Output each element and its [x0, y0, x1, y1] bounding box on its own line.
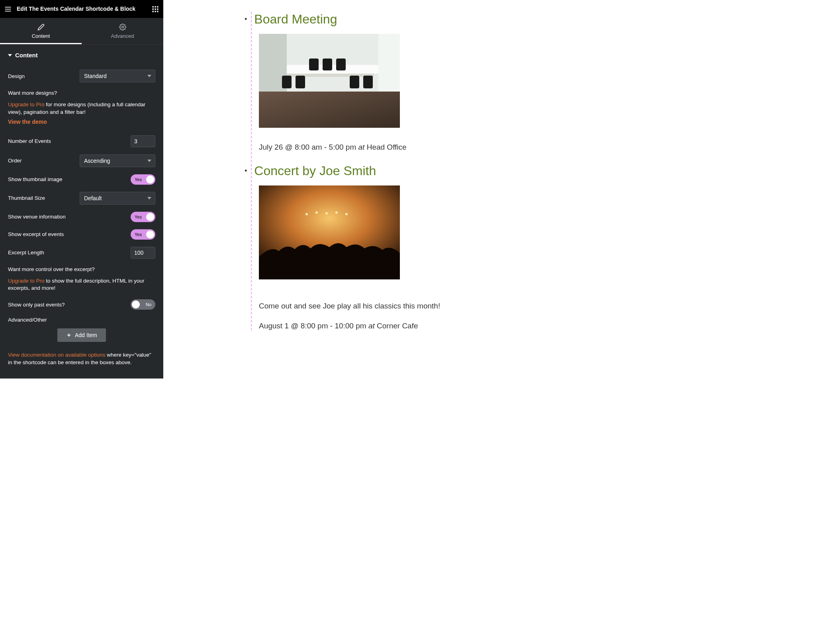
apps-grid-icon[interactable] [151, 5, 159, 13]
menu-icon[interactable] [4, 5, 12, 13]
svg-rect-26 [350, 76, 359, 88]
panel-title: Edit The Events Calendar Shortcode & Blo… [17, 6, 151, 12]
thumbnail-size-select[interactable]: Default [80, 192, 155, 205]
caret-down-icon [8, 54, 12, 57]
excerpt-control-label: Want more control over the excerpt? [8, 266, 155, 273]
excerpt-length-input[interactable] [131, 247, 155, 259]
tab-advanced[interactable]: Advanced [82, 18, 163, 44]
order-select[interactable]: Ascending [80, 154, 155, 167]
thumbnail-toggle-label: Show thumbnail image [8, 176, 63, 182]
order-label: Order [8, 158, 22, 164]
view-demo-link[interactable]: View the demo [8, 119, 47, 125]
excerpt-length-label: Excerpt Length [8, 250, 44, 256]
svg-rect-11 [157, 11, 158, 12]
svg-point-33 [325, 212, 328, 215]
event-title[interactable]: Concert by Joe Smith [259, 164, 482, 178]
svg-rect-7 [155, 8, 156, 10]
panel-header: Edit The Events Calendar Shortcode & Blo… [0, 0, 163, 18]
upsell-designs-label: Want more designs? [8, 90, 155, 97]
excerpt-toggle-label: Show excerpt of events [8, 231, 64, 237]
svg-rect-9 [153, 11, 154, 12]
event-description: Come out and see Joe play all his classi… [259, 302, 482, 310]
event-thumbnail [259, 34, 400, 128]
upgrade-hint: Upgrade to Pro for more designs (includi… [8, 101, 155, 116]
svg-point-34 [335, 211, 338, 214]
preview-canvas[interactable]: Board Meeting July 26 @ 8:00 am - 5:00 p… [163, 0, 489, 379]
svg-rect-6 [153, 8, 154, 10]
tab-advanced-label: Advanced [82, 33, 163, 39]
venue-toggle[interactable]: Yes [131, 212, 155, 222]
add-item-button[interactable]: Add Item [57, 328, 106, 342]
excerpt-toggle[interactable]: Yes [131, 229, 155, 240]
thumbnail-toggle[interactable]: Yes [131, 174, 155, 185]
section-title: Content [15, 52, 38, 59]
event-title[interactable]: Board Meeting [259, 12, 482, 27]
svg-rect-10 [155, 11, 156, 12]
thumbnail-size-label: Thumbnail Size [8, 195, 45, 201]
svg-point-31 [305, 213, 308, 215]
upgrade-pro-link[interactable]: Upgrade to Pro [8, 101, 45, 107]
design-label: Design [8, 73, 25, 79]
excerpt-upgrade-hint: Upgrade to Pro to show the full descript… [8, 277, 155, 293]
design-select[interactable]: Standard [80, 70, 155, 82]
svg-point-35 [345, 213, 348, 215]
tab-content[interactable]: Content [0, 18, 82, 44]
svg-rect-3 [153, 6, 154, 7]
documentation-hint: View documentation on available options … [8, 351, 155, 367]
svg-rect-29 [259, 92, 400, 128]
svg-rect-5 [157, 6, 158, 7]
event-meta: August 1 @ 8:00 pm - 10:00 pm at Corner … [259, 322, 482, 330]
svg-rect-20 [378, 34, 400, 92]
upgrade-pro-link-2[interactable]: Upgrade to Pro [8, 278, 45, 284]
past-events-label: Show only past events? [8, 302, 65, 308]
svg-rect-25 [336, 59, 346, 70]
svg-rect-23 [309, 59, 319, 70]
svg-point-32 [315, 211, 318, 214]
num-events-input[interactable] [131, 135, 155, 147]
svg-rect-4 [155, 6, 156, 7]
svg-rect-27 [363, 76, 373, 88]
venue-toggle-label: Show venue information [8, 214, 66, 220]
advanced-other-label: Advanced/Other [8, 317, 155, 323]
svg-rect-22 [296, 76, 305, 88]
past-events-toggle[interactable]: No [131, 299, 155, 310]
tab-content-label: Content [0, 33, 82, 39]
svg-rect-21 [282, 76, 292, 88]
svg-point-12 [121, 26, 123, 28]
tabs: Content Advanced [0, 18, 163, 45]
event-item: Board Meeting July 26 @ 8:00 am - 5:00 p… [259, 12, 482, 152]
event-thumbnail [259, 185, 400, 279]
section-header[interactable]: Content [8, 45, 155, 62]
num-events-label: Number of Events [8, 138, 51, 144]
event-item: Concert by Joe Smith Come out and see Jo… [259, 164, 482, 330]
documentation-link[interactable]: View documentation on available options [8, 352, 105, 358]
svg-rect-8 [157, 8, 158, 10]
event-meta: July 26 @ 8:00 am - 5:00 pm at Head Offi… [259, 143, 482, 152]
svg-rect-24 [323, 59, 332, 70]
